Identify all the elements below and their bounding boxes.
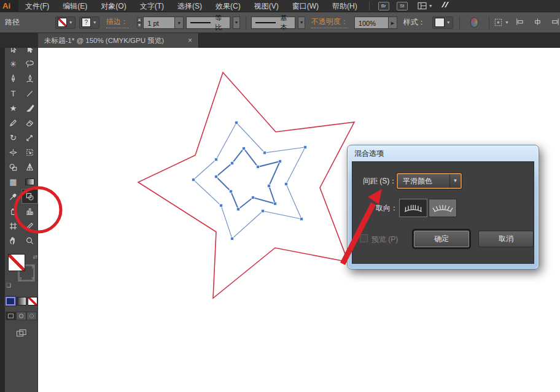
slice-tool[interactable] (21, 218, 38, 233)
column-graph-tool[interactable] (21, 204, 38, 218)
stepper-up-icon[interactable]: ▲ (137, 17, 142, 23)
illustrator-window: Ai 文件(F)编辑(E)对象(O)文字(T)选择(S)效果(C)视图(V)窗口… (0, 0, 560, 392)
workspace-switcher-button[interactable]: ▼ (418, 2, 433, 10)
draw-normal-button[interactable] (6, 312, 16, 320)
stroke-unknown-swatch-icon: ? (82, 18, 91, 27)
style-swatch-icon (435, 18, 445, 27)
bridge-button[interactable]: Br (378, 2, 389, 10)
menu-edit[interactable]: 编辑(E) (56, 0, 94, 12)
chevron-down-icon[interactable]: ▼ (298, 17, 305, 29)
free-transform-tool[interactable] (21, 145, 38, 159)
recolor-artwork-button[interactable] (470, 17, 479, 28)
tool-grid: ✳T★↻▦ (5, 42, 37, 248)
spacing-dropdown[interactable]: 平滑颜色 ▼ (397, 173, 462, 189)
line-segment-tool[interactable] (21, 86, 38, 101)
align-to-page-icon (402, 201, 424, 215)
pencil-tool[interactable] (5, 115, 21, 130)
opacity-value[interactable]: 100% (354, 17, 389, 29)
spacing-label: 间距 (S)： (363, 176, 397, 186)
star-tool[interactable]: ★ (5, 101, 21, 115)
opacity-field[interactable]: 100% ▶ (354, 17, 397, 29)
pen-tool[interactable] (5, 71, 21, 86)
fill-swatch-none[interactable] (8, 254, 25, 271)
paintbrush-tool[interactable] (21, 101, 38, 115)
spacing-value: 平滑颜色 (398, 174, 449, 188)
orient-align-path-button[interactable] (429, 199, 457, 217)
document-title: 未标题-1* @ 150% (CMYK/GPU 预览) (44, 36, 183, 45)
gradient-tool[interactable] (21, 174, 38, 189)
menu-select[interactable]: 选择(S) (171, 0, 209, 12)
zoom-tool[interactable] (21, 233, 38, 248)
panel-collapse-strip: ◀ (0, 33, 5, 392)
draw-behind-button[interactable] (16, 312, 26, 320)
chevron-right-icon[interactable]: ▶ (389, 17, 397, 29)
ok-button[interactable]: 确定 (414, 231, 469, 247)
stroke-weight-field[interactable]: 1 pt ▼ (143, 17, 184, 29)
none-button[interactable] (28, 297, 37, 306)
workspace-icon (418, 2, 427, 10)
menu-effect[interactable]: 效果(C) (209, 0, 247, 12)
chevron-down-icon[interactable]: ▼ (175, 17, 184, 29)
preview-label: 预览 (P) (371, 234, 398, 245)
align-center-button[interactable] (533, 17, 542, 28)
chevron-down-icon: ▼ (505, 20, 509, 25)
close-tab-icon[interactable]: × (188, 36, 192, 45)
magic-wand-tool[interactable]: ✳ (5, 56, 21, 71)
align-left-button[interactable] (515, 17, 524, 28)
width-tool[interactable] (5, 145, 21, 159)
chevron-down-icon: ▼ (69, 20, 73, 25)
preview-checkbox[interactable] (360, 234, 368, 242)
stroke-weight-label[interactable]: 描边： (106, 17, 128, 28)
opacity-label[interactable]: 不透明度： (311, 17, 348, 28)
menu-object[interactable]: 对象(O) (94, 0, 133, 12)
blend-tool[interactable] (21, 189, 38, 204)
stroke-preview-line (190, 22, 211, 23)
curvature-tool[interactable] (21, 71, 38, 86)
swap-fill-stroke-icon[interactable]: ⇄ (33, 254, 37, 260)
mesh-tool[interactable]: ▦ (5, 174, 21, 189)
screen-mode-button[interactable] (16, 329, 27, 337)
stroke-weight-value[interactable]: 1 pt (143, 17, 175, 29)
rotate-tool[interactable]: ↻ (5, 130, 21, 145)
color-mode-row (5, 297, 37, 306)
lasso-tool[interactable] (21, 56, 38, 71)
cancel-button[interactable]: 取消 (478, 231, 534, 247)
stroke-color-button[interactable]: ? ▼ (79, 17, 99, 29)
tools-panel: ✳T★↻▦ ?? ?? ⇄ ❏ (5, 33, 38, 392)
symbol-sprayer-tool[interactable] (5, 204, 21, 218)
hand-tool[interactable] (5, 233, 21, 248)
scale-tool[interactable] (21, 130, 38, 145)
style-swatch-button[interactable]: ▼ (432, 17, 453, 29)
perspective-grid-tool[interactable] (21, 159, 38, 174)
document-tab[interactable]: 未标题-1* @ 150% (CMYK/GPU 预览) × (38, 33, 199, 48)
color-button[interactable] (6, 297, 15, 306)
menu-help[interactable]: 帮助(H) (325, 0, 364, 12)
stepper-down-icon[interactable]: ▼ (137, 23, 142, 28)
artboard-tool[interactable] (5, 218, 21, 233)
chevron-down-icon[interactable]: ▼ (233, 17, 239, 29)
control-bar: 路径 ▼ ? ▼ 描边： ▲ ▼ 1 pt ▼ 等比 ▼ 基本 ▼ 不透明度： (0, 12, 560, 33)
fill-color-button[interactable]: ▼ (55, 17, 76, 29)
menu-type[interactable]: 文字(T) (133, 0, 171, 12)
dialog-title: 混合选项 (354, 148, 384, 159)
stroke-profile-dropdown[interactable]: 等比 (186, 17, 230, 29)
chevron-down-icon: ▼ (446, 20, 451, 25)
eraser-tool[interactable] (21, 115, 38, 130)
menu-file[interactable]: 文件(F) (18, 0, 56, 12)
draw-inside-button[interactable] (26, 312, 37, 320)
fill-stroke-indicator: ?? ?? ⇄ ❏ (5, 254, 38, 292)
stroke-weight-stepper[interactable]: ▲ ▼ (137, 17, 142, 28)
menu-window[interactable]: 窗口(W) (286, 0, 325, 12)
type-tool[interactable]: T (5, 86, 21, 101)
gradient-button[interactable] (17, 297, 26, 306)
default-fill-stroke-icon[interactable]: ❏ (6, 282, 11, 288)
orient-align-page-button[interactable] (399, 199, 427, 217)
isolate-selection-button[interactable]: ▼ (494, 18, 509, 27)
menu-view[interactable]: 视图(V) (247, 0, 286, 12)
menu-bar: Ai 文件(F)编辑(E)对象(O)文字(T)选择(S)效果(C)视图(V)窗口… (0, 0, 560, 12)
brush-definition-dropdown[interactable]: 基本 (251, 17, 295, 29)
eyedropper-tool[interactable] (5, 189, 21, 204)
align-right-button[interactable] (551, 17, 560, 28)
stock-button[interactable]: St (397, 2, 408, 10)
shape-builder-tool[interactable] (5, 159, 21, 174)
